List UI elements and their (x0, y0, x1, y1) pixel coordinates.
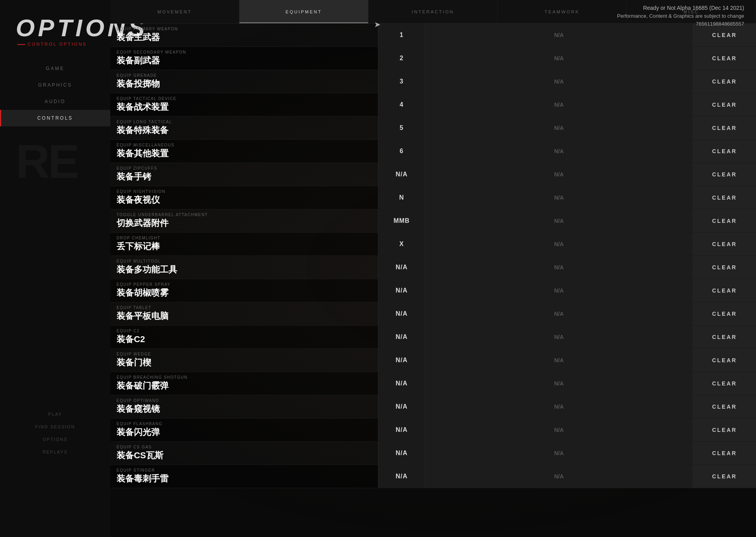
clear-button-equip-secondary[interactable]: CLEAR (693, 51, 756, 65)
bottom-nav-replays[interactable]: REPLAYS (0, 446, 110, 458)
clear-button-equip-multitool[interactable]: CLEAR (693, 260, 756, 274)
sidebar: OPTIONS CONTROL OPTIONS GAME GRAPHICS AU… (0, 0, 110, 537)
tab-equipment[interactable]: EQUIPMENT (239, 0, 369, 23)
clear-button-equip-wedge[interactable]: CLEAR (693, 353, 756, 367)
clear-button-equip-stinger[interactable]: CLEAR (693, 469, 756, 483)
clear-button-equip-breaching-shotgun[interactable]: CLEAR (693, 376, 756, 391)
cell-key-equip-miscellaneous[interactable]: 6 (378, 140, 425, 163)
clear-button-toggle-underbarrel[interactable]: CLEAR (693, 214, 756, 228)
cell-action-equip-stinger: EQUIP STINGER 装备毒刺手雷 (110, 465, 378, 488)
cell-key-drop-chemlight[interactable]: X (378, 233, 425, 256)
clear-button-drop-chemlight[interactable]: CLEAR (693, 237, 756, 251)
cell-clear-equip-zipcuffs: CLEAR (693, 163, 756, 186)
cell-key-equip-flashbang[interactable]: N/A (378, 418, 425, 441)
nav-item-graphics[interactable]: GRAPHICS (0, 77, 110, 93)
cell-action-equip-wedge: EQUIP WEDGE 装备门楔 (110, 349, 378, 372)
cell-clear-toggle-underbarrel: CLEAR (693, 209, 756, 232)
action-label-drop-chemlight: DROP CHEMLIGHT (117, 236, 372, 241)
cell-key-equip-breaching-shotgun[interactable]: N/A (378, 372, 425, 395)
action-translation-toggle-underbarrel: 切换武器附件 (117, 217, 372, 229)
action-label-equip-pepper-spray: EQUIP PEPPER SPRAY (117, 282, 372, 287)
cell-na-equip-cs-gas: N/A (425, 442, 693, 465)
table-row: EQUIP GRENADE 装备投掷物 3 N/A CLEAR (110, 70, 756, 93)
clear-button-equip-grenade[interactable]: CLEAR (693, 74, 756, 89)
cell-action-equip-secondary: EQUIP SECONDARY WEAPON 装备副武器 (110, 47, 378, 70)
bottom-nav-options[interactable]: OPTIONS (0, 433, 110, 446)
cell-key-equip-wedge[interactable]: N/A (378, 349, 425, 372)
cell-clear-drop-chemlight: CLEAR (693, 233, 756, 256)
page-title: OPTIONS (16, 16, 98, 40)
cell-na-equip-stinger: N/A (425, 465, 693, 488)
cell-clear-equip-grenade: CLEAR (693, 70, 756, 93)
cell-na-equip-long-tactical: N/A (425, 117, 693, 139)
table-row: EQUIP MISCELLANEOUS 装备其他装置 6 N/A CLEAR (110, 140, 756, 163)
top-bar-steamid: 76561198848685557 (617, 20, 744, 28)
table-row: EQUIP BREACHING SHOTGUN 装备破门霰弹 N/A N/A C… (110, 372, 756, 395)
clear-button-equip-tactical-device[interactable]: CLEAR (693, 98, 756, 112)
cell-na-equip-secondary: N/A (425, 47, 693, 70)
action-label-equip-secondary: EQUIP SECONDARY WEAPON (117, 50, 372, 55)
nav-item-game[interactable]: GAME (0, 60, 110, 77)
cell-key-equip-multitool[interactable]: N/A (378, 256, 425, 279)
clear-button-equip-nightvision[interactable]: CLEAR (693, 191, 756, 205)
cell-action-equip-flashbang: EQUIP FLASHBANG 装备闪光弹 (110, 418, 378, 441)
cell-na-equip-grenade: N/A (425, 70, 693, 93)
nav-item-controls[interactable]: CONTROLS (0, 110, 110, 126)
cell-key-equip-pepper-spray[interactable]: N/A (378, 279, 425, 302)
tab-teamwork[interactable]: TEAMWORK (498, 0, 627, 23)
clear-button-equip-cs-gas[interactable]: CLEAR (693, 446, 756, 460)
cell-action-drop-chemlight: DROP CHEMLIGHT 丢下标记棒 (110, 233, 378, 256)
clear-button-equip-c2[interactable]: CLEAR (693, 330, 756, 344)
table-row: EQUIP TACTICAL DEVICE 装备战术装置 4 N/A CLEAR (110, 93, 756, 117)
cell-clear-equip-flashbang: CLEAR (693, 418, 756, 441)
clear-button-equip-long-tactical[interactable]: CLEAR (693, 121, 756, 135)
clear-button-equip-flashbang[interactable]: CLEAR (693, 423, 756, 437)
cell-key-equip-tablet[interactable]: N/A (378, 302, 425, 325)
cell-key-equip-optiwand[interactable]: N/A (378, 395, 425, 418)
cell-key-equip-nightvision[interactable]: N (378, 186, 425, 209)
action-label-equip-multitool: EQUIP MULTITOOL (117, 259, 372, 264)
clear-button-equip-tablet[interactable]: CLEAR (693, 307, 756, 321)
clear-button-equip-miscellaneous[interactable]: CLEAR (693, 144, 756, 158)
action-translation-equip-c2: 装备C2 (117, 333, 372, 345)
action-translation-equip-primary: 装备主武器 (117, 31, 372, 43)
top-bar: Ready or Not Alpha 16685 (Dec 14 2021) P… (617, 4, 744, 28)
cell-key-equip-secondary[interactable]: 2 (378, 47, 425, 70)
bottom-nav-find-session[interactable]: FIND SESSION (0, 420, 110, 433)
clear-button-equip-zipcuffs[interactable]: CLEAR (693, 167, 756, 181)
action-translation-equip-flashbang: 装备闪光弹 (117, 426, 372, 438)
table-row: TOGGLE UNDERBARREL ATTACHMENT 切换武器附件 MMB… (110, 209, 756, 233)
action-translation-equip-grenade: 装备投掷物 (117, 78, 372, 90)
cell-action-equip-cs-gas: EQUIP CS GAS 装备CS瓦斯 (110, 442, 378, 465)
clear-button-equip-pepper-spray[interactable]: CLEAR (693, 283, 756, 298)
cell-key-equip-stinger[interactable]: N/A (378, 465, 425, 488)
cell-na-equip-flashbang: N/A (425, 418, 693, 441)
table-row: EQUIP WEDGE 装备门楔 N/A N/A CLEAR (110, 349, 756, 372)
table-row: EQUIP LONG TACTICAL 装备特殊装备 5 N/A CLEAR (110, 117, 756, 140)
cell-key-equip-c2[interactable]: N/A (378, 326, 425, 348)
cell-na-equip-c2: N/A (425, 326, 693, 348)
table-row: EQUIP MULTITOOL 装备多功能工具 N/A N/A CLEAR (110, 256, 756, 279)
cell-key-equip-zipcuffs[interactable]: N/A (378, 163, 425, 186)
bottom-nav-play[interactable]: PLAY (0, 408, 110, 420)
cell-key-equip-tactical-device[interactable]: 4 (378, 93, 425, 116)
cell-key-equip-long-tactical[interactable]: 5 (378, 117, 425, 139)
nav-item-audio[interactable]: AUDIO (0, 93, 110, 110)
cell-key-toggle-underbarrel[interactable]: MMB (378, 209, 425, 232)
cell-key-equip-grenade[interactable]: 3 (378, 70, 425, 93)
cell-action-equip-breaching-shotgun: EQUIP BREACHING SHOTGUN 装备破门霰弹 (110, 372, 378, 395)
tab-interaction[interactable]: INTERACTION (369, 0, 498, 23)
clear-button-equip-optiwand[interactable]: CLEAR (693, 400, 756, 414)
clear-button-equip-primary[interactable]: CLEAR (693, 28, 756, 42)
cell-action-equip-pepper-spray: EQUIP PEPPER SPRAY 装备胡椒喷雾 (110, 279, 378, 302)
cell-key-equip-primary[interactable]: 1 (378, 24, 425, 46)
action-translation-drop-chemlight: 丢下标记棒 (117, 241, 372, 252)
cell-na-equip-miscellaneous: N/A (425, 140, 693, 163)
tab-movement[interactable]: MOVEMENT (110, 0, 239, 23)
cell-key-equip-cs-gas[interactable]: N/A (378, 442, 425, 465)
action-translation-equip-optiwand: 装备窥视镜 (117, 403, 372, 415)
table-row: EQUIP NIGHTVISION 装备夜视仪 N N/A CLEAR (110, 186, 756, 209)
cell-clear-equip-breaching-shotgun: CLEAR (693, 372, 756, 395)
cell-clear-equip-stinger: CLEAR (693, 465, 756, 488)
table-row: EQUIP PEPPER SPRAY 装备胡椒喷雾 N/A N/A CLEAR (110, 279, 756, 302)
